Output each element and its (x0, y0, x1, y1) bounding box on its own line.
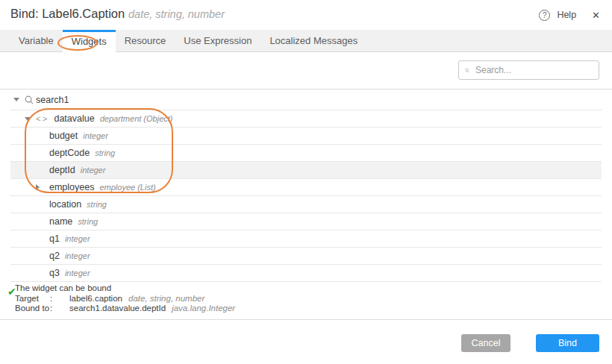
tree-row-q1[interactable]: q1 integer (10, 230, 602, 248)
caret-down-icon[interactable] (13, 98, 25, 101)
tree-node-type: integer (65, 251, 90, 260)
tree-row-datavalue[interactable]: <> datavalue department (Object) (10, 110, 602, 128)
tree-row-employees[interactable]: employees employee (List) (10, 179, 602, 196)
tree-node-label: q1 (49, 233, 60, 244)
bound-to-row: Bound to : search1.datavalue.deptId java… (15, 304, 612, 314)
tree-node-type: string (78, 217, 98, 226)
dialog-header: Bind: Label6.Caption date, string, numbe… (0, 0, 612, 30)
search-icon (465, 66, 469, 75)
tree-row-location[interactable]: location string (10, 196, 602, 213)
target-row: Target : label6.caption date, string, nu… (15, 294, 612, 304)
tree-node-type: string (95, 148, 115, 157)
tree-node-label: search1 (36, 95, 69, 105)
target-label: Target (15, 294, 50, 304)
bind-status-text: The widget can be bound (15, 283, 612, 294)
code-icon: <> (36, 114, 49, 123)
tree-row-q3[interactable]: q3 integer (10, 265, 602, 282)
header-actions: ? Help ✕ (539, 0, 600, 30)
search-input[interactable] (474, 64, 593, 76)
page-title: Bind: Label6.Caption (10, 7, 125, 21)
tree-node-label: employees (49, 182, 94, 192)
caret-down-icon[interactable] (25, 117, 36, 121)
search-box[interactable] (458, 60, 599, 80)
bind-button[interactable]: Bind (536, 334, 599, 352)
binding-tree: search1 <> datavalue department (Object)… (0, 90, 612, 282)
tree-node-label: q3 (49, 268, 60, 278)
caret-right-icon[interactable] (36, 184, 47, 190)
tree-node-label: name (49, 216, 72, 227)
tree-row-deptid[interactable]: deptId integer (10, 162, 602, 179)
tree-node-label: location (49, 199, 81, 210)
search-variable-icon (25, 95, 34, 104)
bind-dialog: Bind: Label6.Caption date, string, numbe… (0, 0, 612, 364)
target-type: date, string, number (128, 294, 204, 304)
tab-resource[interactable]: Resource (116, 30, 175, 52)
tree-node-label: q2 (49, 251, 60, 261)
tree-node-type: department (Object) (100, 114, 173, 123)
bound-to-label: Bound to (15, 304, 50, 314)
help-icon[interactable]: ? (539, 10, 550, 21)
tree-row-deptcode[interactable]: deptCode string (10, 145, 602, 162)
footer-bar: Cancel Bind (0, 319, 612, 364)
cancel-button[interactable]: Cancel (461, 334, 510, 352)
tree-node-label: deptCode (49, 148, 90, 158)
tree-node-type: integer (83, 131, 108, 140)
tree-row-name[interactable]: name string (10, 213, 602, 230)
close-icon[interactable]: ✕ (592, 10, 600, 21)
bound-to-value: search1.datavalue.deptId (69, 304, 166, 314)
tab-widgets[interactable]: Widgets (63, 30, 116, 53)
search-section (0, 52, 612, 90)
tree-node-label: deptId (49, 165, 75, 175)
tree-node-type: integer (65, 269, 90, 277)
tree-node-label: budget (49, 131, 78, 141)
tree-row-q2[interactable]: q2 integer (10, 248, 602, 265)
tab-use-expression[interactable]: Use Expression (175, 30, 260, 52)
page-subtitle: date, string, number (128, 8, 225, 20)
bind-summary: ✔ The widget can be bound Target : label… (0, 282, 612, 319)
tree-node-type: string (87, 200, 107, 209)
tree-node-type: integer (65, 234, 90, 243)
tab-bar: Variable Widgets Resource Use Expression… (0, 30, 612, 52)
tree-row-budget[interactable]: budget integer (10, 128, 602, 145)
tree-node-type: employee (List) (99, 183, 155, 192)
tree-node-type: integer (81, 166, 106, 175)
target-value: label6.caption (69, 294, 122, 304)
help-link[interactable]: Help (557, 10, 576, 20)
tree-node-label: datavalue (54, 113, 94, 124)
bound-to-type: java.lang.Integer (172, 304, 235, 314)
tree-row-search1[interactable]: search1 (10, 90, 602, 110)
tab-localized-messages[interactable]: Localized Messages (260, 30, 366, 52)
tab-variable[interactable]: Variable (10, 30, 63, 52)
